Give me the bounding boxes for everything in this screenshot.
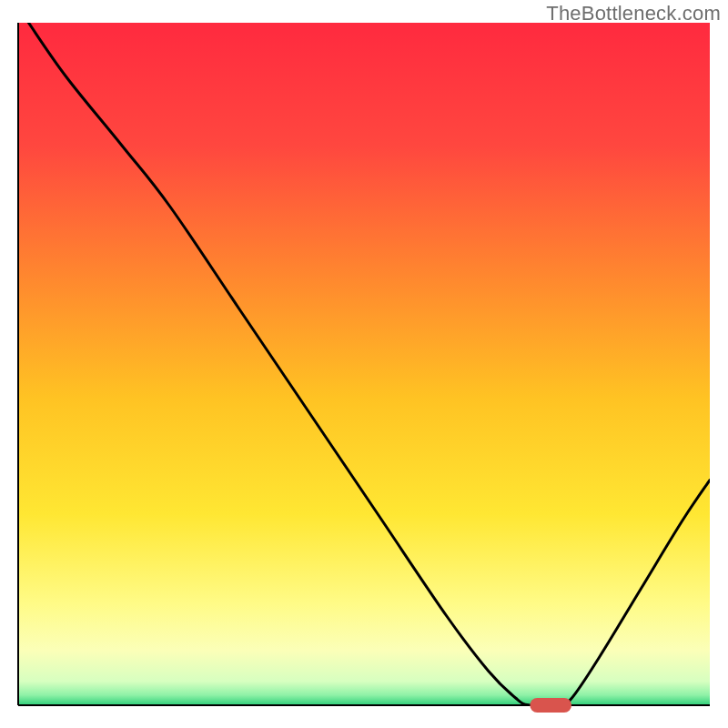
chart-container: TheBottleneck.com: [0, 0, 728, 728]
gradient-background: [18, 23, 710, 705]
bottleneck-chart: [0, 0, 728, 728]
optimal-marker: [530, 698, 571, 713]
